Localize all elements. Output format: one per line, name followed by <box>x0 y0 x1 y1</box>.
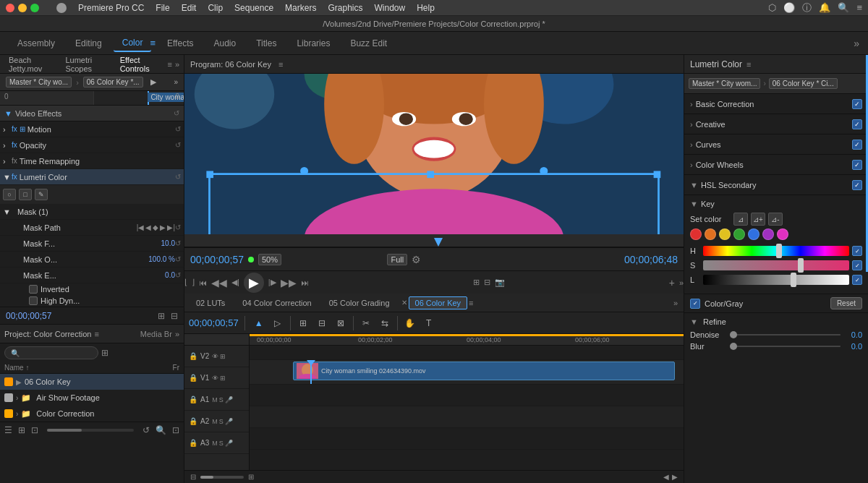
effect-controls-tab[interactable]: Effect Controls <box>116 54 165 74</box>
creative-expand-icon[interactable]: › <box>690 120 693 129</box>
mask-expansion-reset-icon[interactable]: ↺ <box>175 271 181 279</box>
key-collapse-icon[interactable]: ▼ <box>690 200 698 208</box>
zoom-slider[interactable] <box>47 429 134 432</box>
mask-opacity-value[interactable]: 100.0 % <box>148 255 175 263</box>
track-select-tool[interactable]: ▷ <box>270 315 286 331</box>
slip-tool[interactable]: ⇆ <box>377 315 393 331</box>
tl-zoom-out-icon[interactable]: ⊟ <box>190 473 196 481</box>
list-view-icon[interactable]: ☰ <box>4 425 12 435</box>
step-back-icon[interactable]: ◀◀ <box>211 277 227 288</box>
tl-tab-color-correction[interactable]: 04 Color Correction <box>237 297 317 309</box>
tab-titles[interactable]: Titles <box>247 35 285 51</box>
rect-mask-btn[interactable]: □ <box>19 189 32 200</box>
basic-correction-section[interactable]: › Basic Correction ✓ <box>684 94 868 114</box>
eyedropper-tool[interactable]: ⊿ <box>733 213 748 226</box>
a3-mic-icon[interactable]: 🎤 <box>225 440 233 447</box>
a2-m-icon[interactable]: M <box>212 418 218 425</box>
motion-row[interactable]: › fx ⊞ Motion ↺ <box>0 121 184 137</box>
beach-jetty-tab[interactable]: Beach Jetty.mov <box>4 54 58 74</box>
export-frame-icon[interactable]: 📷 <box>495 278 505 287</box>
media-browser-tab[interactable]: Media Br <box>140 330 172 338</box>
section-collapse-icon[interactable]: ▼ <box>4 109 12 118</box>
step-frame-back-icon[interactable]: ◀| <box>231 278 239 287</box>
ellipse-mask-btn[interactable]: ○ <box>3 189 16 200</box>
ec-source-dropdown[interactable]: Master * City wo... <box>6 77 72 87</box>
mask-feather-row[interactable]: Mask F... 10.0 ↺ <box>0 236 184 252</box>
close-button[interactable] <box>6 4 14 12</box>
high-dyn-checkbox[interactable] <box>29 296 38 305</box>
maximize-button[interactable] <box>30 4 39 12</box>
ec-clip-dropdown[interactable]: 06 Color Key *... <box>83 77 143 87</box>
swatch-red[interactable] <box>690 228 702 240</box>
lumetri-reset-icon[interactable]: ↺ <box>175 173 181 181</box>
v1-sync-icon[interactable]: ⊞ <box>220 375 226 382</box>
swatch-orange[interactable] <box>705 228 716 240</box>
ec-collapse-icon[interactable]: ⊞ <box>158 311 165 321</box>
tl-zoom-in-icon[interactable]: ⊞ <box>248 473 254 481</box>
v2-sync-icon[interactable]: ⊞ <box>220 353 226 360</box>
project-menu-icon[interactable]: ≡ <box>94 330 98 338</box>
motion-reset-icon[interactable]: ↺ <box>175 125 181 133</box>
v1-track[interactable]: City woman smiling 024634390.mov <box>250 360 684 385</box>
mask-feather-reset-icon[interactable]: ↺ <box>175 239 181 247</box>
l-slider-handle[interactable] <box>791 273 796 287</box>
time-remapping-row[interactable]: › fx Time Remapping <box>0 153 184 169</box>
marker-in-icon[interactable]: ⌊ <box>184 278 187 287</box>
quality-dropdown[interactable]: Full <box>387 254 407 265</box>
a2-track[interactable] <box>250 406 684 428</box>
project-item-color-key[interactable]: ▶ 06 Color Key <box>0 374 184 390</box>
timeline-playhead[interactable] <box>310 360 312 384</box>
search-icon[interactable]: 🔍 <box>838 2 849 13</box>
tab-libraries[interactable]: Libraries <box>288 35 339 51</box>
wheels-expand-icon[interactable]: › <box>690 161 693 169</box>
s-check[interactable]: ✓ <box>852 260 862 270</box>
menubar-clip[interactable]: Clip <box>208 3 223 13</box>
cc-folder-expand-icon[interactable]: › <box>16 410 18 418</box>
curves-section[interactable]: › Curves ✓ <box>684 134 868 155</box>
mask-path-fwd-icon[interactable]: ▶ <box>160 223 166 231</box>
project-item-color-correction[interactable]: › 📁 Color Correction <box>0 406 184 422</box>
color-gray-checkbox[interactable]: ✓ <box>690 299 700 309</box>
menubar-sequence[interactable]: Sequence <box>234 3 273 13</box>
ec-timecode[interactable]: 00;00;00;57 <box>6 311 51 321</box>
menubar-markers[interactable]: Markers <box>285 3 316 13</box>
h-slider-handle[interactable] <box>776 244 782 258</box>
mask-expansion-value[interactable]: 0.0 <box>165 271 175 279</box>
monitor-timecode[interactable]: 00;00;00;57 <box>190 254 244 265</box>
go-to-out-icon[interactable]: ⏭ <box>301 278 309 287</box>
curves-checkbox[interactable]: ✓ <box>852 140 862 150</box>
select-tool[interactable]: ▲ <box>251 315 267 331</box>
curves-expand-icon[interactable]: › <box>690 140 693 149</box>
lock-a2-icon[interactable]: 🔒 <box>189 417 197 425</box>
metadata-icon[interactable]: ⊡ <box>31 425 38 435</box>
mask-feather-value[interactable]: 10.0 <box>161 239 175 247</box>
panel-expand-icon[interactable]: » <box>175 60 179 69</box>
mask-path-prev-icon[interactable]: |◀ <box>137 223 145 231</box>
tab-color[interactable]: Color <box>114 35 152 52</box>
a1-m-icon[interactable]: M <box>212 396 218 403</box>
plus-eyedropper-tool[interactable]: ⊿+ <box>751 213 765 226</box>
mask-path-row[interactable]: Mask Path |◀ ◀ ◆ ▶ ▶| ↺ <box>0 220 184 236</box>
mask-path-key-icon[interactable]: ◆ <box>153 223 158 231</box>
zoom-dropdown[interactable]: 50% <box>258 254 281 265</box>
mask-path-next-icon[interactable]: ▶| <box>167 223 175 231</box>
timeline-menu-icon[interactable]: ≡ <box>469 299 473 307</box>
rate-stretch-tool[interactable]: ⊠ <box>333 315 349 331</box>
denoise-handle[interactable] <box>730 331 737 338</box>
lock-a1-icon[interactable]: 🔒 <box>189 396 197 403</box>
lock-v2-icon[interactable]: 🔒 <box>189 352 197 360</box>
minus-eyedropper-tool[interactable]: ⊿- <box>768 213 783 226</box>
reset-button[interactable]: Reset <box>830 297 862 309</box>
mask-path-back-icon[interactable]: ◀ <box>145 223 151 231</box>
hsl-secondary-section[interactable]: ▼ HSL Secondary ✓ <box>684 175 868 195</box>
tab-assembly[interactable]: Assembly <box>9 35 64 51</box>
video-clip[interactable]: City woman smiling 024634390.mov <box>293 362 675 380</box>
motion-expand-icon[interactable]: › <box>3 125 12 134</box>
type-tool[interactable]: T <box>421 315 437 331</box>
mask-expansion-row[interactable]: Mask E... 0.0 ↺ <box>0 268 184 283</box>
a1-s-icon[interactable]: S <box>219 396 224 403</box>
mask-opacity-row[interactable]: Mask O... 100.0 % ↺ <box>0 252 184 268</box>
h-check[interactable]: ✓ <box>852 246 862 256</box>
delete-icon[interactable]: ⊡ <box>172 425 179 435</box>
icon-view-icon[interactable]: ⊞ <box>18 425 25 435</box>
